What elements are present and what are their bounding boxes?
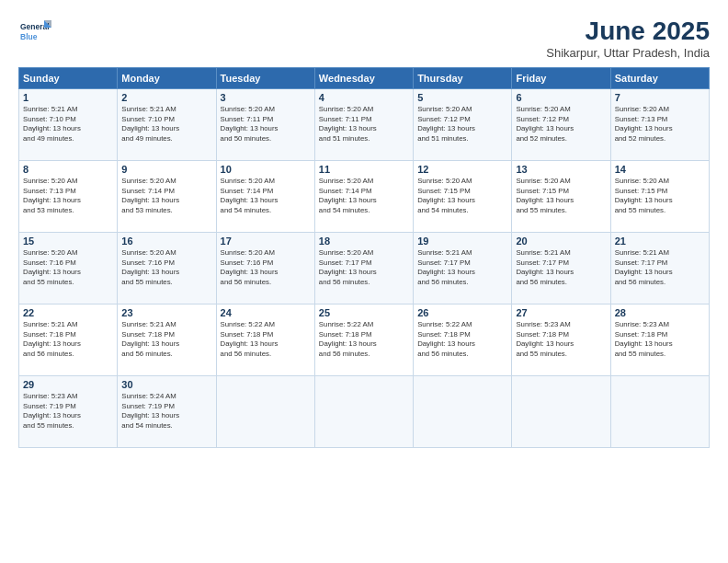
day-24: 24Sunrise: 5:22 AMSunset: 7:18 PMDayligh…: [216, 304, 314, 376]
day-10: 10Sunrise: 5:20 AMSunset: 7:14 PMDayligh…: [216, 161, 314, 233]
week-row-5: 29Sunrise: 5:23 AMSunset: 7:19 PMDayligh…: [19, 376, 710, 448]
day-16: 16Sunrise: 5:20 AMSunset: 7:16 PMDayligh…: [118, 233, 216, 304]
day-info: Sunrise: 5:23 AMSunset: 7:19 PMDaylight:…: [23, 392, 113, 431]
col-friday: Friday: [512, 68, 610, 89]
col-saturday: Saturday: [610, 68, 709, 89]
day-number: 14: [615, 164, 705, 175]
day-number: 23: [121, 307, 211, 318]
day-number: 11: [319, 164, 409, 175]
day-empty: [610, 376, 709, 448]
day-5: 5Sunrise: 5:20 AMSunset: 7:12 PMDaylight…: [414, 89, 512, 161]
day-number: 7: [615, 92, 705, 103]
week-row-1: 1Sunrise: 5:21 AMSunset: 7:10 PMDaylight…: [19, 89, 710, 161]
day-info: Sunrise: 5:20 AMSunset: 7:14 PMDaylight:…: [121, 177, 211, 215]
week-row-3: 15Sunrise: 5:20 AMSunset: 7:16 PMDayligh…: [19, 233, 710, 304]
calendar-table: Sunday Monday Tuesday Wednesday Thursday…: [18, 67, 710, 448]
day-25: 25Sunrise: 5:22 AMSunset: 7:18 PMDayligh…: [314, 304, 413, 376]
logo-svg: General Blue: [18, 17, 51, 50]
day-info: Sunrise: 5:22 AMSunset: 7:18 PMDaylight:…: [417, 320, 507, 359]
day-number: 22: [23, 307, 113, 318]
day-number: 2: [121, 92, 211, 103]
day-15: 15Sunrise: 5:20 AMSunset: 7:16 PMDayligh…: [19, 233, 118, 304]
day-number: 29: [23, 379, 113, 390]
day-number: 27: [516, 307, 606, 318]
day-27: 27Sunrise: 5:23 AMSunset: 7:18 PMDayligh…: [512, 304, 610, 376]
day-info: Sunrise: 5:22 AMSunset: 7:18 PMDaylight:…: [319, 320, 409, 359]
day-number: 28: [615, 307, 705, 318]
day-18: 18Sunrise: 5:20 AMSunset: 7:17 PMDayligh…: [314, 233, 413, 304]
svg-text:Blue: Blue: [20, 32, 38, 41]
day-number: 4: [319, 92, 409, 103]
day-number: 30: [121, 379, 211, 390]
day-1: 1Sunrise: 5:21 AMSunset: 7:10 PMDaylight…: [19, 89, 118, 161]
col-sunday: Sunday: [19, 68, 118, 89]
day-2: 2Sunrise: 5:21 AMSunset: 7:10 PMDaylight…: [118, 89, 216, 161]
day-26: 26Sunrise: 5:22 AMSunset: 7:18 PMDayligh…: [414, 304, 512, 376]
day-28: 28Sunrise: 5:23 AMSunset: 7:18 PMDayligh…: [610, 304, 709, 376]
day-number: 19: [417, 236, 507, 247]
day-7: 7Sunrise: 5:20 AMSunset: 7:13 PMDaylight…: [610, 89, 709, 161]
day-info: Sunrise: 5:24 AMSunset: 7:19 PMDaylight:…: [121, 392, 211, 431]
location: Shikarpur, Uttar Pradesh, India: [546, 46, 710, 60]
day-info: Sunrise: 5:23 AMSunset: 7:18 PMDaylight:…: [615, 320, 705, 359]
day-info: Sunrise: 5:20 AMSunset: 7:15 PMDaylight:…: [516, 177, 606, 215]
day-empty: [414, 376, 512, 448]
day-number: 13: [516, 164, 606, 175]
day-21: 21Sunrise: 5:21 AMSunset: 7:17 PMDayligh…: [610, 233, 709, 304]
day-number: 6: [516, 92, 606, 103]
header-row: Sunday Monday Tuesday Wednesday Thursday…: [19, 68, 710, 89]
day-9: 9Sunrise: 5:20 AMSunset: 7:14 PMDaylight…: [118, 161, 216, 233]
day-number: 25: [319, 307, 409, 318]
day-info: Sunrise: 5:21 AMSunset: 7:17 PMDaylight:…: [615, 248, 705, 287]
day-3: 3Sunrise: 5:20 AMSunset: 7:11 PMDaylight…: [216, 89, 314, 161]
day-info: Sunrise: 5:21 AMSunset: 7:17 PMDaylight:…: [417, 248, 507, 287]
day-number: 17: [221, 236, 311, 247]
day-number: 3: [221, 92, 311, 103]
day-4: 4Sunrise: 5:20 AMSunset: 7:11 PMDaylight…: [314, 89, 413, 161]
day-empty: [512, 376, 610, 448]
month-title: June 2025: [546, 17, 710, 46]
day-19: 19Sunrise: 5:21 AMSunset: 7:17 PMDayligh…: [414, 233, 512, 304]
day-info: Sunrise: 5:21 AMSunset: 7:18 PMDaylight:…: [121, 320, 211, 359]
day-14: 14Sunrise: 5:20 AMSunset: 7:15 PMDayligh…: [610, 161, 709, 233]
day-info: Sunrise: 5:20 AMSunset: 7:15 PMDaylight:…: [615, 177, 705, 215]
col-tuesday: Tuesday: [216, 68, 314, 89]
day-info: Sunrise: 5:20 AMSunset: 7:16 PMDaylight:…: [221, 248, 311, 287]
day-11: 11Sunrise: 5:20 AMSunset: 7:14 PMDayligh…: [314, 161, 413, 233]
day-number: 12: [417, 164, 507, 175]
day-info: Sunrise: 5:20 AMSunset: 7:11 PMDaylight:…: [221, 105, 311, 144]
day-number: 9: [121, 164, 211, 175]
day-info: Sunrise: 5:20 AMSunset: 7:15 PMDaylight:…: [417, 177, 507, 215]
day-number: 26: [417, 307, 507, 318]
week-row-4: 22Sunrise: 5:21 AMSunset: 7:18 PMDayligh…: [19, 304, 710, 376]
day-empty: [216, 376, 314, 448]
day-info: Sunrise: 5:20 AMSunset: 7:12 PMDaylight:…: [516, 105, 606, 144]
day-info: Sunrise: 5:20 AMSunset: 7:14 PMDaylight:…: [319, 177, 409, 215]
day-info: Sunrise: 5:21 AMSunset: 7:10 PMDaylight:…: [23, 105, 113, 144]
logo: General Blue: [18, 17, 51, 50]
day-number: 8: [23, 164, 113, 175]
day-number: 10: [221, 164, 311, 175]
day-number: 1: [23, 92, 113, 103]
day-info: Sunrise: 5:20 AMSunset: 7:16 PMDaylight:…: [121, 248, 211, 287]
day-number: 5: [417, 92, 507, 103]
day-empty: [314, 376, 413, 448]
day-info: Sunrise: 5:21 AMSunset: 7:18 PMDaylight:…: [23, 320, 113, 359]
day-number: 15: [23, 236, 113, 247]
day-info: Sunrise: 5:20 AMSunset: 7:17 PMDaylight:…: [319, 248, 409, 287]
calendar-page: General Blue June 2025 Shikarpur, Uttar …: [0, 0, 728, 563]
day-17: 17Sunrise: 5:20 AMSunset: 7:16 PMDayligh…: [216, 233, 314, 304]
day-info: Sunrise: 5:20 AMSunset: 7:14 PMDaylight:…: [221, 177, 311, 215]
day-12: 12Sunrise: 5:20 AMSunset: 7:15 PMDayligh…: [414, 161, 512, 233]
day-29: 29Sunrise: 5:23 AMSunset: 7:19 PMDayligh…: [19, 376, 118, 448]
day-number: 16: [121, 236, 211, 247]
day-info: Sunrise: 5:20 AMSunset: 7:11 PMDaylight:…: [319, 105, 409, 144]
day-info: Sunrise: 5:21 AMSunset: 7:17 PMDaylight:…: [516, 248, 606, 287]
header: General Blue June 2025 Shikarpur, Uttar …: [18, 17, 710, 60]
col-wednesday: Wednesday: [314, 68, 413, 89]
day-22: 22Sunrise: 5:21 AMSunset: 7:18 PMDayligh…: [19, 304, 118, 376]
day-number: 24: [221, 307, 311, 318]
day-info: Sunrise: 5:20 AMSunset: 7:13 PMDaylight:…: [23, 177, 113, 215]
day-info: Sunrise: 5:23 AMSunset: 7:18 PMDaylight:…: [516, 320, 606, 359]
title-area: June 2025 Shikarpur, Uttar Pradesh, Indi…: [546, 17, 710, 60]
